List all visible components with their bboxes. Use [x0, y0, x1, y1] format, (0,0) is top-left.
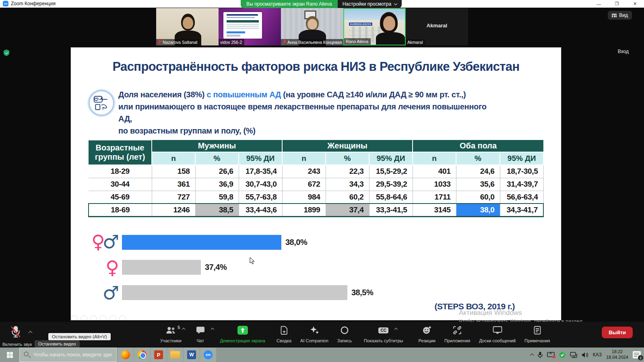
- video-tile-rano-active-speaker[interactable]: KARDIOLOGIYA MARKAZI Rano Alieva: [343, 8, 406, 45]
- minimize-button[interactable]: —: [590, 0, 608, 8]
- toolbar-summary[interactable]: Сводка: [277, 325, 291, 343]
- table-header-age: Возрастные группы (лет): [89, 140, 152, 165]
- tray-screenshare-icon[interactable]: [547, 352, 555, 358]
- stop-video-tooltip: Остановить видео (Alt+V): [48, 333, 111, 340]
- shared-screen-stage: Вход Распространённость факторов риска Н…: [0, 46, 644, 322]
- highlighted-cell-women: 37,4: [326, 204, 369, 216]
- video-tile-akmaral[interactable]: Akmaral Akmaral: [406, 8, 468, 45]
- keyboard-language[interactable]: КАЗ: [593, 352, 602, 358]
- prevalence-table: Возрастные группы (лет) Мужчины Женщины …: [88, 140, 544, 217]
- notes-icon: [534, 325, 541, 335]
- restore-button[interactable]: ❐: [608, 0, 626, 8]
- security-shield-icon: [4, 49, 9, 56]
- tray-volume-icon[interactable]: [582, 352, 588, 358]
- female-icon: ♀: [105, 258, 119, 277]
- participants-icon: 5: [165, 325, 176, 335]
- presentation-slide: Распространённость факторов риска НИЗ в …: [70, 47, 561, 321]
- building-sign: KARDIOLOGIYA: [349, 23, 372, 26]
- participant-name: Nazarova Saltanat: [163, 40, 197, 45]
- bar-both-sexes: [122, 235, 281, 250]
- subheader-n: n: [152, 152, 195, 165]
- apps-icon: [453, 325, 462, 335]
- windows-taskbar: P W zm КАЗ 18:22 18.04.202: [0, 348, 644, 362]
- slide-subtitle: Доля населения (38%) с повышенным АД (на…: [118, 88, 497, 137]
- tray-mic-icon[interactable]: [538, 352, 543, 358]
- participants-count-badge: 5: [178, 325, 180, 330]
- leave-meeting-button[interactable]: Выйти: [602, 327, 633, 338]
- slide-nav-controls[interactable]: [71, 315, 126, 321]
- video-tile-vidox[interactable]: vidox 256-2: [219, 8, 281, 45]
- window-title: Zoom Конференция: [11, 1, 56, 6]
- tray-network-icon[interactable]: [570, 352, 577, 358]
- video-thumbnail-strip: Nazarova Saltanat vidox 256-2 Анна Васил…: [0, 8, 644, 46]
- highlighted-cell-both: 38,0: [456, 204, 500, 216]
- share-screen-icon: [237, 325, 248, 335]
- powerpoint-icon: P: [154, 350, 163, 359]
- view-button[interactable]: Вид: [608, 11, 632, 20]
- taskbar-app-firefox[interactable]: [118, 348, 134, 362]
- taskbar-clock[interactable]: 18:22 18.04.2024: [606, 349, 628, 360]
- whiteboard-icon: [493, 325, 502, 335]
- video-tile-nazarova[interactable]: Nazarova Saltanat: [156, 8, 219, 45]
- zoom-taskbar-icon: zm: [204, 350, 213, 359]
- file-explorer-icon: [170, 351, 180, 358]
- tray-overflow-chevron[interactable]: [530, 354, 534, 358]
- toolbar-notes[interactable]: Примечания: [524, 325, 550, 343]
- blood-pressure-icon: [89, 90, 114, 116]
- chevron-up-icon[interactable]: [211, 328, 214, 331]
- taskbar-app-explorer[interactable]: [167, 348, 183, 362]
- toolbar-chat[interactable]: Чат: [196, 325, 205, 343]
- search-icon: [24, 352, 29, 356]
- taskbar-app-powerpoint[interactable]: P: [151, 348, 167, 362]
- toolbar-captions[interactable]: CC Показать субтитры: [364, 325, 403, 343]
- toolbar-record[interactable]: Запись: [337, 325, 352, 343]
- taskbar-app-word[interactable]: W: [184, 348, 200, 362]
- toolbar-whiteboards[interactable]: Доски сообщений: [479, 325, 516, 343]
- word-icon: W: [187, 350, 196, 359]
- notification-center-icon[interactable]: 2: [633, 351, 641, 358]
- stop-video-button[interactable]: Остановить видео: [35, 340, 80, 348]
- subheader-n: n: [282, 152, 326, 165]
- subheader-pct: %: [456, 152, 500, 165]
- toolbar-share-screen[interactable]: Демонстрация экрана: [220, 325, 265, 343]
- start-button[interactable]: [0, 348, 19, 362]
- tray-antivirus-icon[interactable]: [559, 352, 566, 358]
- toolbar-participants[interactable]: 5 Участники: [160, 325, 182, 343]
- table-row: 45-69 72759,855,7-63,8 98460,255,8-64,6 …: [89, 191, 543, 204]
- subheader-pct: %: [195, 152, 239, 165]
- unmute-button[interactable]: [10, 326, 23, 338]
- toolbar-ai-companion[interactable]: AI Companion: [300, 325, 328, 343]
- window-titlebar: zm Zoom Конференция Вы просматриваете эк…: [0, 0, 644, 8]
- shared-slide-preview: [223, 12, 262, 39]
- chevron-up-icon[interactable]: [182, 328, 185, 331]
- table-row: 30-44 36136,930,7-43,0 67234,329,5-39,2 …: [89, 178, 543, 191]
- muted-mic-icon: [158, 40, 161, 45]
- bar-value-label: 38,5%: [351, 288, 373, 297]
- toolbar-reactions[interactable]: Реакции: [418, 325, 436, 343]
- chat-icon: [196, 325, 205, 335]
- subheader-ci: 95% ДИ: [239, 152, 282, 165]
- participant-name: Rano Alieva: [346, 39, 368, 44]
- table-row: 18-29 15826,617,8-35,4 24322,315,5-29,2 …: [89, 165, 543, 178]
- subheader-n: n: [413, 152, 456, 165]
- chrome-icon: [138, 350, 147, 359]
- muted-mic-icon: [283, 40, 286, 45]
- table-header-both: Оба пола: [413, 140, 543, 152]
- toolbar-apps[interactable]: Приложения: [444, 325, 470, 343]
- participant-center-name: Akmaral: [406, 23, 468, 29]
- screen-share-banner: Вы просматриваете экран Rano Alieva: [241, 0, 338, 8]
- taskbar-app-chrome[interactable]: [134, 348, 150, 362]
- audio-options-chevron[interactable]: [29, 331, 33, 335]
- video-tile-anna[interactable]: Анна Васильевна Концевая: [281, 8, 343, 45]
- unmute-label: Включить звук: [2, 342, 32, 347]
- taskbar-app-zoom[interactable]: zm: [200, 348, 216, 362]
- subheader-ci: 95% ДИ: [369, 152, 413, 165]
- search-input[interactable]: [33, 352, 112, 358]
- chevron-up-icon[interactable]: [394, 328, 398, 331]
- mouse-cursor: [250, 257, 255, 265]
- slide-title: Распространённость факторов риска НИЗ в …: [71, 60, 561, 74]
- close-button[interactable]: ✕: [626, 0, 644, 8]
- taskbar-search[interactable]: [19, 348, 117, 362]
- view-settings-button[interactable]: Настройки просмотра: [338, 0, 402, 8]
- recording-dot: [553, 356, 555, 358]
